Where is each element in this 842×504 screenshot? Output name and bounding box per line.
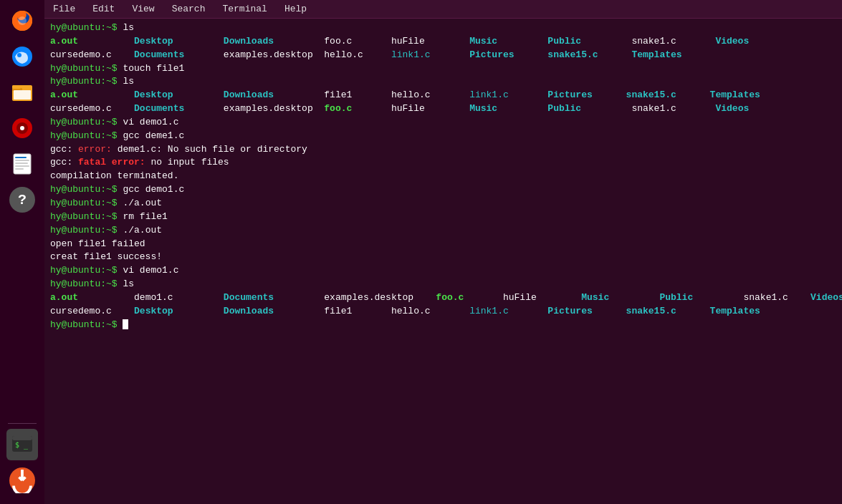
svg-rect-7 — [14, 90, 31, 100]
sidebar-icon-thunderbird[interactable] — [6, 41, 38, 72]
sidebar-divider — [8, 423, 37, 424]
line-8: hy@ubuntu:~$ vi demo1.c — [50, 116, 842, 130]
line-3: cursedemo.c Documents examples.desktop h… — [50, 49, 842, 62]
sidebar-icon-terminal[interactable]: $ _ — [6, 429, 38, 460]
terminal-window: File Edit View Search Terminal Help hy@u… — [44, 0, 842, 504]
svg-rect-13 — [15, 160, 29, 161]
line-17: open file1 failed — [50, 238, 842, 251]
line-20: hy@ubuntu:~$ ls — [50, 278, 842, 291]
svg-rect-12 — [15, 157, 27, 158]
sidebar-icon-rhythmbox[interactable] — [6, 112, 38, 144]
line-13: hy@ubuntu:~$ gcc demo1.c — [50, 183, 842, 197]
line-9: hy@ubuntu:~$ gcc deme1.c — [50, 130, 842, 143]
line-4: hy@ubuntu:~$ touch file1 — [50, 62, 842, 76]
line-18: creat file1 success! — [50, 251, 842, 264]
line-2: a.out Desktop Downloads foo.c huFile Mus… — [50, 35, 842, 49]
line-22: cursedemo.c Desktop Downloads file1 hell… — [50, 305, 842, 319]
svg-point-3 — [17, 53, 21, 57]
svg-rect-14 — [15, 163, 28, 164]
svg-text:$ _: $ _ — [15, 441, 29, 450]
terminal-body[interactable]: hy@ubuntu:~$ ls a.out Desktop Downloads … — [44, 19, 842, 504]
line-21: a.out demo1.c Documents examples.desktop… — [50, 291, 842, 305]
svg-rect-6 — [12, 85, 21, 89]
menubar: File Edit View Search Terminal Help — [44, 0, 842, 19]
terminal-cursor — [123, 319, 128, 329]
sidebar-icon-help[interactable]: ? — [6, 184, 38, 215]
line-19: hy@ubuntu:~$ vi demo1.c — [50, 264, 842, 278]
line-15: hy@ubuntu:~$ rm file1 — [50, 210, 842, 224]
line-12: compilation terminated. — [50, 170, 842, 183]
svg-point-10 — [20, 126, 24, 130]
line-1: hy@ubuntu:~$ ls — [50, 21, 842, 35]
sidebar: ? $ _ — [0, 0, 44, 504]
line-23-prompt: hy@ubuntu:~$ — [50, 319, 842, 332]
sidebar-icon-libreoffice[interactable] — [6, 148, 38, 180]
menu-view[interactable]: View — [129, 2, 157, 16]
svg-rect-16 — [15, 168, 24, 170]
menu-terminal[interactable]: Terminal — [219, 2, 269, 16]
menu-edit[interactable]: Edit — [90, 2, 118, 16]
menu-help[interactable]: Help — [282, 2, 310, 16]
line-5: hy@ubuntu:~$ ls — [50, 75, 842, 89]
svg-point-1 — [18, 16, 27, 25]
line-16: hy@ubuntu:~$ ./a.out — [50, 224, 842, 238]
sidebar-icon-firefox[interactable] — [6, 5, 38, 37]
sidebar-icon-updater[interactable] — [6, 465, 38, 496]
sidebar-icon-files[interactable] — [6, 77, 38, 108]
line-14: hy@ubuntu:~$ ./a.out — [50, 197, 842, 210]
line-10: gcc: error: deme1.c: No such file or dir… — [50, 143, 842, 157]
menu-file[interactable]: File — [50, 2, 78, 16]
svg-rect-18 — [12, 436, 32, 440]
line-11: gcc: fatal error: no input files — [50, 156, 842, 170]
menu-search[interactable]: Search — [169, 2, 209, 16]
line-7: cursedemo.c Documents examples.desktop f… — [50, 102, 842, 116]
svg-rect-15 — [15, 165, 29, 167]
line-6: a.out Desktop Downloads file1 hello.c li… — [50, 89, 842, 102]
